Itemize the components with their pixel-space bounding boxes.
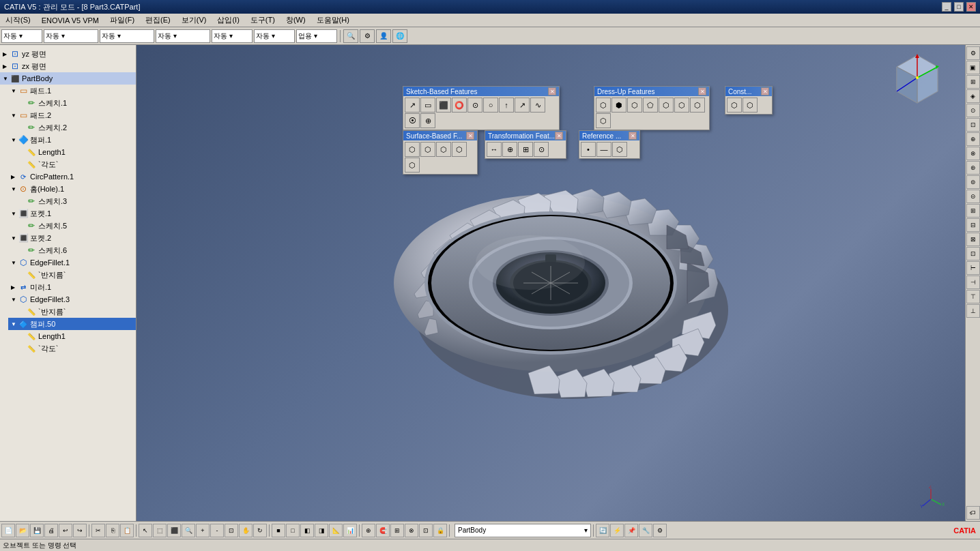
- transform-btn3[interactable]: ⊞: [518, 142, 533, 157]
- tree-item-sketch1[interactable]: ✏ 스케치.1: [16, 97, 136, 109]
- tree-item-chamfer50[interactable]: ▼ 🔷 챔퍼.50: [8, 318, 136, 330]
- bt-undo[interactable]: ↩: [59, 524, 72, 537]
- surface-btn3[interactable]: ⬡: [436, 142, 451, 157]
- float-toolbar-surface-close[interactable]: ✕: [466, 132, 474, 140]
- tree-item-mirror1[interactable]: ▶ ⇄ 미러.1: [8, 281, 136, 293]
- bt-constraint[interactable]: ⊕: [362, 524, 375, 537]
- bt-analyze[interactable]: 📊: [343, 524, 357, 537]
- toolbar-dropdown-7[interactable]: 업용 ▾: [296, 29, 337, 43]
- float-toolbar-const-close[interactable]: ✕: [761, 87, 769, 95]
- expand-edgefillet3[interactable]: ▼: [11, 297, 18, 303]
- bt-axis[interactable]: ⊗: [405, 524, 418, 537]
- minimize-button[interactable]: _: [942, 2, 951, 12]
- transform-btn2[interactable]: ⊕: [502, 142, 517, 157]
- surface-btn1[interactable]: ⬡: [405, 142, 420, 157]
- rt-btn-view14[interactable]: ⊡: [966, 247, 980, 260]
- tree-item-sketch6[interactable]: ✏ 스케치.6: [16, 244, 136, 256]
- bt-zoomout[interactable]: -: [210, 524, 224, 537]
- shell-btn[interactable]: ⬠: [643, 98, 658, 113]
- rt-btn-view19[interactable]: 🏷: [966, 506, 980, 520]
- ref-line-btn[interactable]: —: [596, 142, 611, 157]
- float-toolbar-surface-header[interactable]: Surface-Based F... ✕: [403, 131, 477, 140]
- const-btn1[interactable]: ⬡: [727, 98, 742, 113]
- thread-btn[interactable]: ⬡: [674, 98, 689, 113]
- menu-insert[interactable]: 삽입(I): [212, 14, 244, 27]
- bt-copy[interactable]: ⎘: [106, 524, 119, 537]
- const-btn2[interactable]: ⬡: [743, 98, 758, 113]
- tree-item-pocket2[interactable]: ▼ 🔳 포켓.2: [8, 232, 136, 244]
- expand-pocket2[interactable]: ▼: [11, 235, 18, 241]
- bt-cut[interactable]: ✂: [91, 524, 105, 537]
- bt-update4[interactable]: 🔧: [639, 524, 652, 537]
- tree-item-chamfer1[interactable]: ▼ 🔷 챔퍼.1: [8, 134, 136, 146]
- bt-sel3[interactable]: ⬛: [167, 524, 181, 537]
- rt-btn-view1[interactable]: ▣: [966, 61, 980, 74]
- surface-btn2[interactable]: ⬡: [420, 142, 435, 157]
- bt-shading4[interactable]: ◨: [315, 524, 328, 537]
- bt-update5[interactable]: ⚙: [653, 524, 667, 537]
- bt-measure[interactable]: 📐: [329, 524, 343, 537]
- toolbar-dropdown-2[interactable]: 자동 ▾: [44, 29, 98, 43]
- float-toolbar-sketch-based-header[interactable]: Sketch-Based Features ✕: [403, 87, 559, 96]
- viewport[interactable]: Sketch-Based Features ✕ ↗ ▭ ⬛ ⭕ ⊙ ○ ↑ ↗ …: [136, 45, 965, 521]
- surface-btn5[interactable]: ⬡: [405, 158, 420, 173]
- ref-plane-btn[interactable]: ⬡: [612, 142, 627, 157]
- bt-update1[interactable]: 🔄: [596, 524, 609, 537]
- tree-item-partbody[interactable]: ▼ ⬛ PartBody: [0, 72, 136, 85]
- float-toolbar-sketch-based-close[interactable]: ✕: [548, 87, 556, 95]
- menu-view[interactable]: 보기(V): [176, 14, 212, 27]
- float-toolbar-dressup-header[interactable]: Dress-Up Features ✕: [594, 87, 709, 96]
- tree-item-angle50[interactable]: 📏 `각도`: [16, 342, 136, 355]
- bt-new[interactable]: 📄: [1, 524, 15, 537]
- rt-btn-view13[interactable]: ⊠: [966, 233, 980, 246]
- rt-btn-view10[interactable]: ⊝: [966, 190, 980, 203]
- bt-rotate[interactable]: ↻: [253, 524, 267, 537]
- transform-btn1[interactable]: ↔: [487, 142, 502, 157]
- float-toolbar-transformation-close[interactable]: ✕: [555, 132, 563, 140]
- bt-open[interactable]: 📂: [16, 524, 29, 537]
- rt-btn-view17[interactable]: ⊤: [966, 290, 980, 303]
- hole-btn[interactable]: ○: [483, 98, 498, 113]
- toolbar-dropdown-3[interactable]: 자동 ▾: [100, 29, 154, 43]
- tree-item-groove1[interactable]: ▼ ⊙ 홈(Hole).1: [8, 183, 136, 195]
- tree-item-radius2[interactable]: 📏 `반지름`: [16, 306, 136, 318]
- bt-grid[interactable]: ⊞: [390, 524, 404, 537]
- expand-pad1[interactable]: ▼: [11, 88, 18, 94]
- rt-btn-view3[interactable]: ◈: [966, 89, 980, 103]
- tree-item-edgefillet3[interactable]: ▼ ⬡ EdgeFillet.3: [8, 293, 136, 306]
- tree-item-pad2[interactable]: ▼ ▭ 패드.2: [8, 109, 136, 121]
- solidcomb-btn[interactable]: ⦿: [405, 113, 420, 128]
- rt-btn-settings[interactable]: ⚙: [966, 46, 980, 60]
- pad-btn[interactable]: ▭: [420, 98, 435, 113]
- bt-print[interactable]: 🖨: [44, 524, 58, 537]
- maximize-button[interactable]: □: [954, 2, 964, 12]
- rt-btn-view12[interactable]: ⊟: [966, 218, 980, 232]
- tree-item-sketch5[interactable]: ✏ 스케치.5: [16, 220, 136, 232]
- tree-item-edgefillet1[interactable]: ▼ ⬡ EdgeFillet.1: [8, 256, 136, 269]
- rt-btn-view8[interactable]: ⊛: [966, 161, 980, 175]
- sketch-select-btn[interactable]: ↗: [405, 98, 420, 113]
- thickness-btn[interactable]: ⬡: [659, 98, 674, 113]
- tree-item-length50[interactable]: 📏 Length1: [16, 330, 136, 342]
- rt-btn-view4[interactable]: ⊙: [966, 104, 980, 117]
- replace-btn[interactable]: ⬡: [596, 113, 611, 128]
- toolbar-dropdown-4[interactable]: 자동 ▾: [156, 29, 210, 43]
- bt-update2[interactable]: ⚡: [610, 524, 624, 537]
- toolbar-btn-2[interactable]: ⚙: [360, 29, 375, 43]
- rt-btn-view7[interactable]: ⊗: [966, 147, 980, 160]
- menu-tools[interactable]: 도구(T): [245, 14, 280, 27]
- removef-btn[interactable]: ⬡: [690, 98, 705, 113]
- menu-start[interactable]: 시작(S): [0, 14, 36, 27]
- expand-pocket1[interactable]: ▼: [11, 211, 18, 217]
- expand-yz[interactable]: ▶: [3, 51, 10, 57]
- tree-item-sketch2[interactable]: ✏ 스케치.2: [16, 121, 136, 134]
- menu-edit[interactable]: 편집(E): [140, 14, 176, 27]
- rt-btn-view6[interactable]: ⊕: [966, 132, 980, 146]
- float-toolbar-reference-close[interactable]: ✕: [629, 132, 637, 140]
- tree-item-zx[interactable]: ▶ ⊡ zx 평면: [0, 60, 136, 72]
- rt-btn-view16[interactable]: ⊣: [966, 276, 980, 289]
- bt-paste[interactable]: 📋: [120, 524, 134, 537]
- nav-cube[interactable]: [890, 52, 945, 106]
- toolbar-dropdown-1[interactable]: 자동 ▾: [1, 29, 42, 43]
- tree-item-angle1[interactable]: 📏 `각도`: [16, 158, 136, 170]
